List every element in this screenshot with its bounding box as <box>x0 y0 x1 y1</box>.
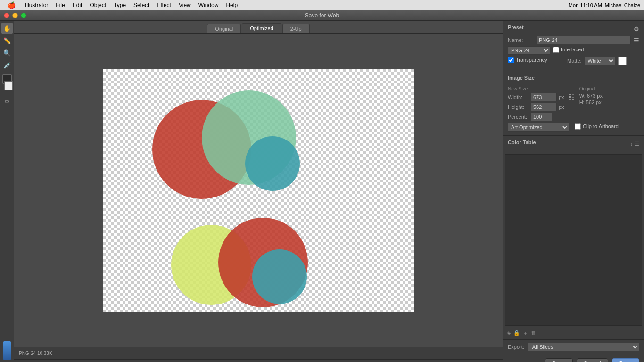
color-table-toolbar: ◈ 🔒 ＋ 🗑 <box>503 328 644 339</box>
transparency-label: Transparency <box>516 57 547 63</box>
close-button[interactable] <box>4 13 9 18</box>
apple-menu[interactable]: 🍎 <box>4 0 19 10</box>
hand-tool[interactable]: ✋ <box>1 23 13 34</box>
canvas-svg <box>103 69 414 312</box>
menu-bar: 🍎 Illustrator File Edit Object Type Sele… <box>0 0 644 10</box>
menu-illustrator[interactable]: Illustrator <box>21 0 52 10</box>
center-area: Original Optimized 2-Up PNG-2 <box>14 21 503 362</box>
dialog-titlebar: Save for Web <box>0 10 644 21</box>
percent-label: Percent: <box>508 114 529 120</box>
menu-user: Michael Chaize <box>605 2 640 8</box>
link-icon[interactable]: ⛓ <box>568 93 575 101</box>
height-input[interactable] <box>531 103 557 111</box>
right-panel: Preset ⚙ Name: ☰ PNG-24 PNG-8 JPEG GIF I… <box>503 21 644 362</box>
done-button[interactable]: Done <box>545 358 573 362</box>
clip-artboard-label: Clip to Artboard <box>583 123 619 129</box>
preset-name-label: Name: <box>508 37 534 43</box>
menu-window[interactable]: Window <box>195 0 223 10</box>
export-row: Export: All Slices Selected Slices <box>503 339 644 354</box>
clip-artboard-checkbox[interactable] <box>575 123 581 130</box>
menu-select[interactable]: Select <box>130 0 153 10</box>
interlaced-row: Interlaced <box>553 47 584 53</box>
color-table-sort-icon[interactable]: ↕ <box>630 141 633 147</box>
transparency-row: Transparency <box>508 57 564 63</box>
minimize-button[interactable] <box>12 13 18 18</box>
height-label: Height: <box>508 104 529 110</box>
percent-input[interactable] <box>531 113 552 121</box>
tab-original[interactable]: Original <box>207 24 241 33</box>
left-toolbar: ✋ ✏️ 🔍 💉 ▭ <box>0 21 14 362</box>
matte-select[interactable]: White Black None <box>585 57 615 65</box>
color-table-section: Color Table ↕ ☰ <box>503 136 644 152</box>
resample-select[interactable]: Art Optimized Bicubic Bilinear <box>508 123 569 132</box>
ct-map-icon[interactable]: ◈ <box>507 330 511 337</box>
interlaced-label: Interlaced <box>561 47 584 52</box>
canvas-status: PNG-24 10.33K <box>14 347 503 359</box>
color-table-area <box>505 154 642 326</box>
width-label: Width: <box>508 94 529 100</box>
export-label: Export: <box>508 344 524 350</box>
dialog-title: Save for Web <box>305 12 339 19</box>
height-px-label: px <box>559 104 564 110</box>
canvas-size: 10.33K <box>37 351 52 356</box>
tab-bar: Original Optimized 2-Up <box>14 21 503 34</box>
svg-point-5 <box>252 249 307 304</box>
transparency-checkbox[interactable] <box>508 57 514 63</box>
menu-object[interactable]: Object <box>86 0 110 10</box>
zoom-tool[interactable]: 🔍 <box>1 47 13 58</box>
slice-tool[interactable]: ✏️ <box>1 35 13 46</box>
matte-color-swatch[interactable] <box>618 57 627 65</box>
preset-menu-icon[interactable]: ☰ <box>634 37 639 44</box>
bottom-toolbar: 100% 50% 200% ▾ R: -- G: -- B: -- Alpha:… <box>14 359 503 362</box>
tab-optimized[interactable]: Optimized <box>242 23 281 33</box>
preset-name-input[interactable] <box>537 36 631 44</box>
ct-add-icon[interactable]: ＋ <box>523 330 528 337</box>
image-size-section: Image Size New Size: Width: px ⛓ Height:… <box>503 71 644 136</box>
matte-label: Matte: <box>567 58 582 64</box>
save-button[interactable]: Save <box>612 358 639 362</box>
eyedropper-tool[interactable]: 💉 <box>1 59 13 71</box>
menu-time: Mon 11:10 AM <box>569 2 602 8</box>
maximize-button[interactable] <box>21 13 26 18</box>
canvas-format: PNG-24 <box>19 351 36 356</box>
interlaced-checkbox[interactable] <box>553 47 559 53</box>
bottom-action-row: Done Cancel Save <box>503 354 644 362</box>
svg-point-2 <box>245 136 300 191</box>
tab-2up[interactable]: 2-Up <box>282 24 310 33</box>
preset-section: Preset ⚙ Name: ☰ PNG-24 PNG-8 JPEG GIF I… <box>503 21 644 71</box>
original-header: Original: <box>579 86 603 91</box>
new-size-header: New Size: <box>508 86 575 91</box>
toggle-view[interactable]: ▭ <box>1 95 13 107</box>
width-input[interactable] <box>531 93 557 101</box>
width-px-label: px <box>559 94 564 100</box>
ct-delete-icon[interactable]: 🗑 <box>531 330 536 337</box>
color-table-add-icon[interactable]: ☰ <box>635 141 639 147</box>
color-table-label: Color Table <box>508 140 536 145</box>
preset-format-select[interactable]: PNG-24 PNG-8 JPEG GIF <box>508 46 550 55</box>
menu-file[interactable]: File <box>52 0 68 10</box>
side-panel-indicator[interactable] <box>3 341 11 360</box>
canvas-area <box>14 34 503 347</box>
canvas-wrapper <box>103 69 414 312</box>
cancel-button[interactable]: Cancel <box>577 358 608 362</box>
menu-type[interactable]: Type <box>110 0 130 10</box>
menu-help[interactable]: Help <box>222 0 241 10</box>
menu-edit[interactable]: Edit <box>69 0 86 10</box>
preset-settings-icon[interactable]: ⚙ <box>634 25 639 33</box>
clip-artboard-row: Clip to Artboard <box>575 123 619 130</box>
ct-lock-icon[interactable]: 🔒 <box>513 330 520 337</box>
color-swatch-bg[interactable] <box>4 81 13 90</box>
menu-effect[interactable]: Effect <box>153 0 174 10</box>
export-select[interactable]: All Slices Selected Slices <box>528 343 639 351</box>
preset-label: Preset <box>508 25 524 30</box>
original-h: H: 562 px <box>579 99 603 105</box>
menu-view[interactable]: View <box>175 0 195 10</box>
image-size-label: Image Size <box>508 75 535 81</box>
original-w: W: 673 px <box>579 93 603 99</box>
